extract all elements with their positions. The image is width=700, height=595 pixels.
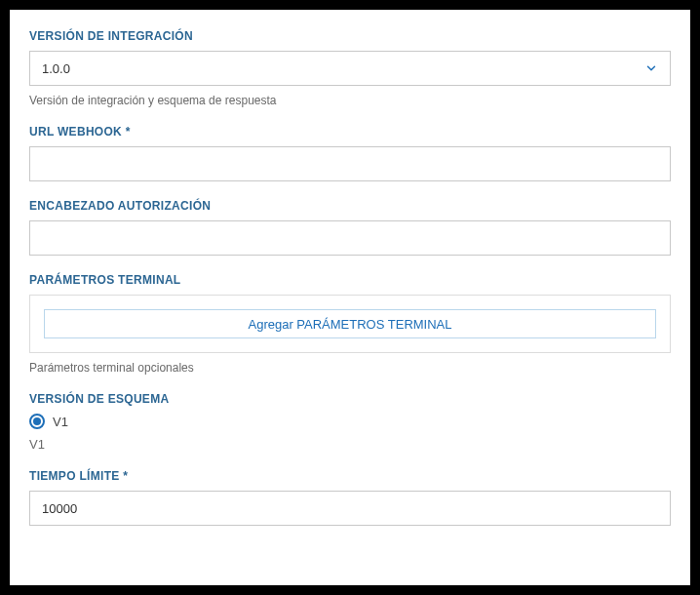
schema-version-label: VERSIÓN DE ESQUEMA	[29, 392, 671, 406]
auth-header-label: ENCABEZADO AUTORIZACIÓN	[29, 199, 671, 213]
timeout-group: TIEMPO LÍMITE *	[29, 469, 671, 526]
integration-version-value: 1.0.0	[42, 61, 70, 76]
integration-version-help: Versión de integración y esquema de resp…	[29, 94, 671, 107]
timeout-input[interactable]	[29, 491, 671, 526]
form-container: VERSIÓN DE INTEGRACIÓN 1.0.0 Versión de …	[10, 10, 690, 585]
schema-version-help: V1	[29, 437, 671, 452]
auth-header-group: ENCABEZADO AUTORIZACIÓN	[29, 199, 671, 256]
schema-version-option-label: V1	[53, 415, 68, 429]
terminal-params-group: PARÁMETROS TERMINAL Agregar PARÁMETROS T…	[29, 273, 671, 375]
radio-selected-icon	[33, 417, 41, 425]
webhook-url-label: URL WEBHOOK *	[29, 125, 671, 139]
webhook-url-input[interactable]	[29, 146, 671, 181]
auth-header-input[interactable]	[29, 220, 671, 256]
terminal-params-help: Parámetros terminal opcionales	[29, 361, 671, 375]
integration-version-label: VERSIÓN DE INTEGRACIÓN	[29, 29, 671, 43]
schema-version-radio-v1[interactable]	[29, 414, 45, 429]
terminal-params-panel: Agregar PARÁMETROS TERMINAL	[29, 295, 671, 353]
schema-version-group: VERSIÓN DE ESQUEMA V1 V1	[29, 392, 671, 452]
terminal-params-label: PARÁMETROS TERMINAL	[29, 273, 671, 287]
timeout-label: TIEMPO LÍMITE *	[29, 469, 671, 483]
webhook-url-group: URL WEBHOOK *	[29, 125, 671, 181]
integration-version-group: VERSIÓN DE INTEGRACIÓN 1.0.0 Versión de …	[29, 29, 671, 107]
integration-version-select[interactable]: 1.0.0	[29, 51, 671, 86]
schema-version-radio-row: V1	[29, 414, 671, 429]
add-terminal-params-button[interactable]: Agregar PARÁMETROS TERMINAL	[44, 309, 656, 338]
chevron-down-icon	[644, 61, 658, 75]
